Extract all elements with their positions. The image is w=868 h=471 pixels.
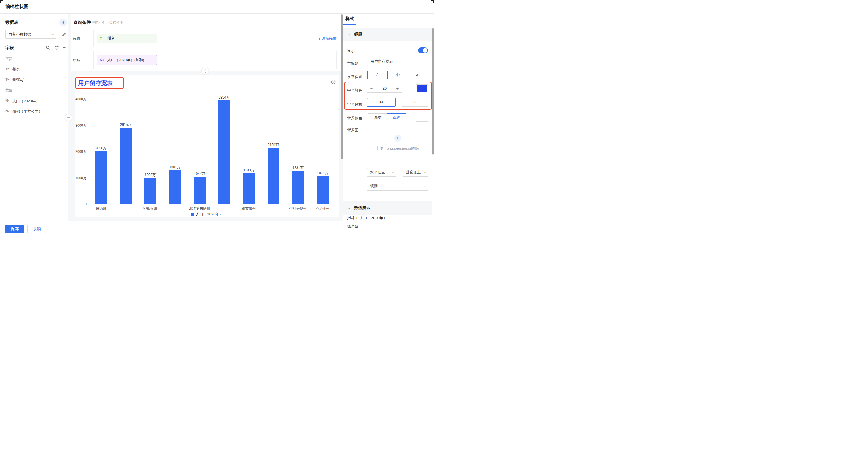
h-position-segmented: 左 中 右 (367, 71, 428, 79)
bar[interactable] (169, 170, 181, 204)
save-button[interactable]: 保存 (5, 225, 25, 233)
footer-strip (68, 221, 343, 236)
font-color-label: 字号颜色 (347, 88, 362, 93)
bg-color-label: 背景颜色 (347, 116, 362, 121)
main-title-input[interactable]: 用户留存宽表 (367, 57, 428, 66)
bold-button[interactable]: B (367, 98, 396, 106)
edit-table-pencil-icon[interactable] (62, 32, 66, 37)
section-title-header[interactable]: ▴ 标题 (343, 28, 432, 41)
add-field-button[interactable]: + (62, 45, 66, 50)
window-corner (0, 0, 3, 3)
bar[interactable] (292, 171, 304, 204)
bar[interactable] (268, 147, 279, 204)
bar[interactable] (317, 176, 329, 204)
metric-tag[interactable]: №人口（2020年）(加和) (97, 55, 157, 65)
bar[interactable] (144, 178, 156, 204)
field-item-area[interactable]: №面积（平方公里） (5, 109, 42, 113)
bar-value-label: 2154万 (260, 142, 286, 147)
search-icon[interactable] (46, 45, 50, 50)
bg-solid-option[interactable]: 单色 (387, 113, 406, 122)
dialog-header: 编辑柱状图 (0, 0, 434, 14)
x-axis-tick: 纽约州 (84, 206, 118, 211)
divider (343, 25, 434, 25)
field-item-population[interactable]: №人口（2020年） (5, 99, 39, 103)
vertical-resize-handle[interactable]: ▴▾ (202, 67, 209, 74)
add-table-button[interactable]: + (60, 19, 67, 26)
x-axis-tick: 俄亥俄州 (232, 206, 266, 211)
bg-color-swatch[interactable] (416, 114, 428, 122)
bg-h-align-select[interactable]: 水平居左 ▾ (367, 168, 396, 177)
bg-fill-mode-select[interactable]: 填满 ▾ (367, 181, 428, 191)
collapse-icon: ▴ (348, 206, 350, 210)
bar[interactable] (95, 151, 107, 204)
collapse-icon: ▴ (348, 32, 350, 36)
h-position-left[interactable]: 左 (367, 71, 388, 79)
chevron-down-icon: ▾ (424, 168, 426, 176)
bar-value-label: 1301万 (162, 165, 188, 170)
add-dimension-link[interactable]: +增加维度 (318, 36, 337, 42)
bg-color-value (417, 114, 427, 121)
field-item-state-name[interactable]: T≡州名 (5, 67, 20, 71)
metric-1-line: 指标 1: 人口（2020年） (347, 215, 387, 221)
center-area: 查询条件 维度≥1个，指标≥1个 维度 T≡州名 +增加维度 指标 №人口（20… (68, 14, 343, 236)
font-size-plus-button[interactable]: + (393, 84, 402, 93)
cancel-button[interactable]: 取消 (27, 225, 46, 233)
panel-scrollbar[interactable] (432, 28, 434, 155)
field-group-text: 字符 (5, 57, 12, 62)
dimension-label: 维度 (73, 36, 81, 42)
bar-value-label: 1044万 (187, 171, 212, 176)
refresh-icon[interactable] (54, 45, 59, 50)
h-position-center[interactable]: 中 (388, 71, 408, 79)
font-style-label: 字号风格 (347, 102, 362, 107)
bar[interactable] (243, 173, 255, 204)
bar-value-label: 1008万 (137, 173, 163, 177)
toggle-knob (423, 48, 427, 53)
plus-icon: + (318, 37, 321, 41)
y-axis-tick: 1000万 (75, 176, 87, 180)
bar[interactable] (218, 100, 230, 204)
value-type-select[interactable] (376, 223, 428, 236)
chart-legend[interactable]: 人口（2020年） (75, 212, 339, 217)
dialog-title: 编辑柱状图 (5, 4, 28, 10)
h-position-label: 水平位置 (347, 74, 362, 79)
bg-gradient-option[interactable]: 渐变 (368, 113, 388, 122)
font-size-minus-button[interactable]: − (367, 84, 376, 93)
text-field-icon: T≡ (5, 77, 12, 81)
horizontal-resize-handle[interactable]: ◂▸ (65, 114, 72, 121)
bg-color-segmented: 渐变 单色 (368, 113, 406, 122)
upload-hint: 上传：png,jpeg,jpg,gif图片 (367, 146, 428, 151)
chevron-down-icon: ▾ (392, 168, 394, 176)
chart-type-pulse-icon[interactable] (331, 79, 336, 84)
bg-image-upload[interactable]: + 上传：png,jpeg,jpg,gif图片 (367, 126, 428, 162)
bar-value-label: 1281万 (285, 165, 311, 170)
bar[interactable] (194, 177, 206, 204)
y-axis-tick: 0 (75, 202, 87, 206)
italic-button[interactable]: I (402, 98, 428, 106)
section-value-display-header[interactable]: ▴ 数值展示 (343, 201, 432, 215)
bar[interactable] (120, 128, 132, 204)
field-item-state-abbr[interactable]: T≡州缩写 (5, 77, 24, 82)
bg-v-align-select[interactable]: 垂直居上 ▾ (403, 168, 428, 177)
query-conditions-card: 查询条件 维度≥1个，指标≥1个 维度 T≡州名 +增加维度 指标 №人口（20… (71, 14, 342, 71)
center-scrollbar[interactable] (341, 14, 343, 159)
show-toggle[interactable] (418, 47, 428, 53)
upload-plus-icon: + (394, 135, 401, 142)
legend-marker (191, 212, 194, 216)
font-color-swatch[interactable] (416, 85, 428, 93)
legend-label: 人口（2020年） (196, 212, 223, 217)
metric-dropzone[interactable]: №人口（2020年）(加和) (93, 51, 337, 69)
dimension-tag[interactable]: T≡州名 (97, 34, 157, 43)
h-position-right[interactable]: 右 (408, 71, 428, 79)
main-title-label: 主标题 (347, 61, 359, 66)
field-group-number: 数值 (5, 88, 12, 93)
tab-style[interactable]: 样式 (345, 16, 354, 22)
font-size-value[interactable]: 20 (376, 84, 393, 93)
font-size-stepper: − 20 + (367, 84, 402, 93)
bar-value-label: 2915万 (113, 122, 138, 127)
dimension-dropzone[interactable]: T≡州名 (93, 30, 316, 47)
table-select[interactable]: 自带小数数据 ▾ (5, 30, 56, 39)
bar-value-label: 1180万 (236, 168, 262, 173)
bg-image-label: 背景图 (347, 128, 359, 133)
chart-card: 用户留存宽表 4000万3000万2000万1000万02020万2915万10… (75, 75, 339, 217)
chevron-down-icon: ▾ (52, 30, 54, 38)
